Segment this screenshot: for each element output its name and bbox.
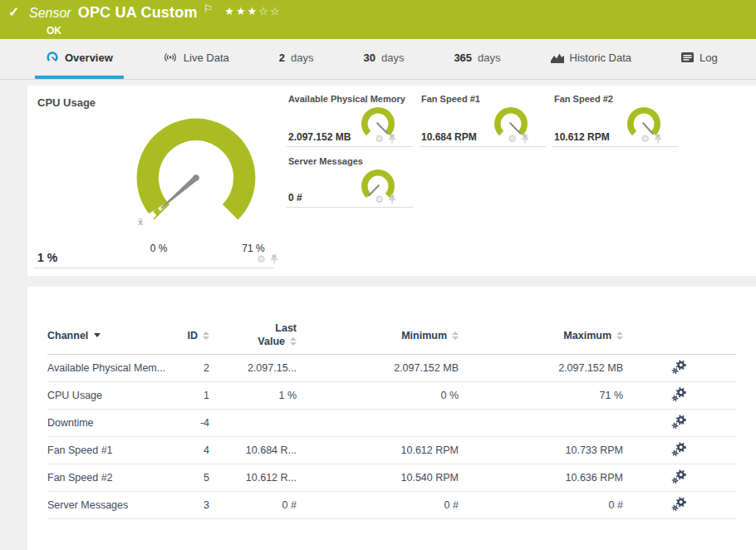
priority-star-rating[interactable]: ★★★☆☆ <box>224 5 281 17</box>
column-header-label: Maximum <box>563 330 611 341</box>
tab-log[interactable]: Log <box>670 39 729 79</box>
tab-live-data[interactable]: Live Data <box>152 39 240 79</box>
sort-icon <box>290 337 297 346</box>
channel-settings-gears-icon[interactable] <box>671 415 686 430</box>
cell-maximum: 71 % <box>459 390 623 401</box>
live-signal-icon <box>163 51 178 64</box>
column-header-last-value[interactable]: Last Value <box>209 322 297 348</box>
column-header-minimum[interactable]: Minimum <box>297 330 459 341</box>
cell-channel: Fan Speed #1 <box>47 444 180 456</box>
column-header-maximum[interactable]: Maximum <box>459 330 623 341</box>
cell-id: -4 <box>180 417 209 429</box>
column-header-id[interactable]: ID <box>180 330 209 341</box>
table-row: Fan Speed #2 5 10.612 R... 10.540 RPM 10… <box>47 464 736 492</box>
cell-channel: Fan Speed #2 <box>47 472 180 484</box>
cell-maximum: 10.636 RPM <box>459 472 623 484</box>
cell-minimum: 2.097.152 MB <box>297 362 459 374</box>
gauges-panel: CPU Usage x̄ 0 % 71 % 1 % ⚙ Available Ph… <box>27 86 756 276</box>
cell-id: 2 <box>180 362 209 374</box>
flag-icon[interactable]: ⚐ <box>204 2 214 15</box>
cell-last-value: 10.684 R... <box>209 444 297 456</box>
channel-settings-gears-icon[interactable] <box>671 442 686 457</box>
column-header-label: Value <box>258 336 285 349</box>
cell-channel: Downtime <box>47 417 180 429</box>
column-header-label: Minimum <box>401 330 447 341</box>
channel-settings-gears-icon[interactable] <box>671 387 686 402</box>
area-chart-icon <box>551 52 564 63</box>
cpu-usage-gauge: x̄ <box>125 107 267 248</box>
gear-icon[interactable]: ⚙ <box>508 134 517 144</box>
pin-icon[interactable] <box>270 254 278 264</box>
cell-id: 3 <box>180 499 209 511</box>
tab-label: Log <box>700 52 718 64</box>
cell-id: 1 <box>180 390 209 401</box>
pin-icon[interactable] <box>388 194 396 204</box>
gauge-action-icons: ⚙ <box>641 134 662 144</box>
pin-icon[interactable] <box>388 134 396 144</box>
mini-gauge-title: Fan Speed #2 <box>554 94 613 104</box>
tab-2-days[interactable]: 2 days <box>268 39 325 79</box>
tab-label: Overview <box>65 52 113 64</box>
pin-icon[interactable] <box>654 134 662 144</box>
table-row: Server Messages 3 0 # 0 # 0 # <box>47 492 736 519</box>
cell-maximum: 0 # <box>459 499 623 511</box>
gauge-scale-max: 71 % <box>237 243 270 254</box>
average-marker-label: x̄ <box>138 217 143 227</box>
tab-label: Historic Data <box>570 52 631 64</box>
tab-label: Live Data <box>184 52 229 64</box>
sensor-title: OPC UA Custom <box>78 4 198 21</box>
tab-number: 365 <box>454 52 472 64</box>
cell-minimum: 10.540 RPM <box>297 472 459 484</box>
cell-last-value: 1 % <box>209 390 297 401</box>
tab-label: days <box>381 52 404 64</box>
mini-gauge-server-messages: Server Messages 0 # ⚙ <box>287 155 413 208</box>
gear-icon[interactable]: ⚙ <box>257 254 266 264</box>
mini-gauge-value: 0 # <box>288 192 302 204</box>
object-kind-label: Sensor <box>29 6 71 20</box>
channel-table: Channel ID Last Value Minimum Maximum <box>47 317 736 519</box>
channel-settings-gears-icon[interactable] <box>671 360 686 375</box>
gauge-action-icons: ⚙ <box>257 254 278 264</box>
cell-id: 5 <box>180 472 209 484</box>
tab-overview[interactable]: Overview <box>35 39 124 79</box>
mini-gauge-value: 2.097.152 MB <box>288 131 351 143</box>
column-header-channel[interactable]: Channel <box>47 330 180 341</box>
tab-label: days <box>478 52 500 64</box>
cell-last-value: 2.097.15... <box>209 362 297 374</box>
sort-icon <box>203 331 209 340</box>
table-row: CPU Usage 1 1 % 0 % 71 % <box>47 382 736 410</box>
cell-maximum: 10.733 RPM <box>459 444 623 456</box>
tab-30-days[interactable]: 30 days <box>352 39 415 79</box>
gauge-icon <box>46 51 59 64</box>
tab-historic-data[interactable]: Historic Data <box>540 39 642 79</box>
cell-id: 4 <box>180 444 209 456</box>
gauge-action-icons: ⚙ <box>375 134 396 144</box>
gauge-needle <box>377 123 387 133</box>
status-badge: OK <box>47 25 61 37</box>
log-list-icon <box>681 52 694 62</box>
sensor-header: ✓ SensorOPC UA Custom⚐★★★☆☆ OK <box>0 0 756 39</box>
table-row: Downtime -4 <box>47 410 736 437</box>
cell-channel: Server Messages <box>47 499 180 511</box>
table-row: Fan Speed #1 4 10.684 R... 10.612 RPM 10… <box>47 437 736 464</box>
tab-number: 2 <box>279 52 285 64</box>
tab-label: days <box>291 52 313 64</box>
gear-icon[interactable]: ⚙ <box>375 194 384 204</box>
gear-icon[interactable]: ⚙ <box>375 134 384 144</box>
column-header-label: Last <box>275 322 297 334</box>
gear-icon[interactable]: ⚙ <box>641 134 650 144</box>
pin-icon[interactable] <box>521 134 529 144</box>
channel-settings-gears-icon[interactable] <box>671 469 686 484</box>
mini-gauge-title: Fan Speed #1 <box>421 94 480 104</box>
status-ok-check-icon: ✓ <box>8 4 19 20</box>
gauge-scale-min: 0 % <box>142 243 175 254</box>
tab-365-days[interactable]: 365 days <box>443 39 511 79</box>
sort-icon <box>452 331 459 340</box>
channel-settings-gears-icon[interactable] <box>671 497 686 512</box>
mini-gauge-title: Available Physical Memory <box>288 94 405 104</box>
channel-table-panel: Channel ID Last Value Minimum Maximum <box>27 287 756 550</box>
gauge-needle <box>160 175 198 209</box>
cell-minimum: 0 % <box>297 390 459 401</box>
table-header-row: Channel ID Last Value Minimum Maximum <box>47 317 736 355</box>
divider <box>33 268 274 268</box>
